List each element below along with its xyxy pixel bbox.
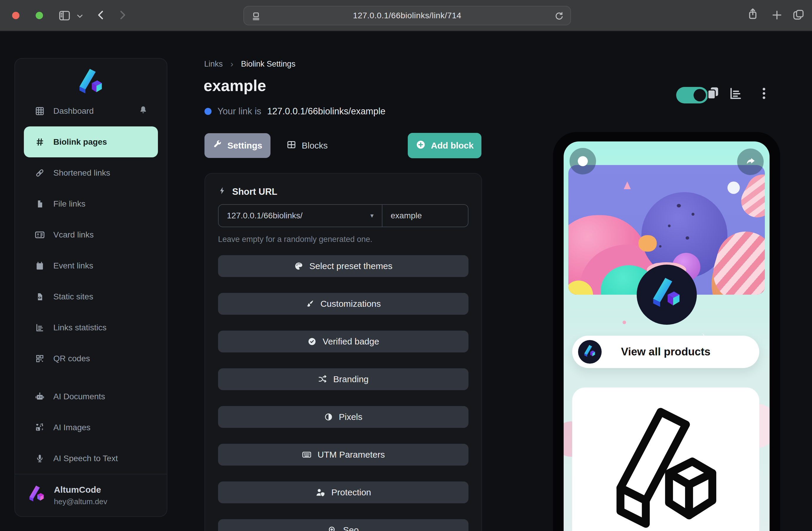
view-all-products-button[interactable]: View all products — [572, 336, 759, 368]
short-url-label: Short URL — [232, 187, 277, 197]
settings-card: Short URL 127.0.0.1/66biolinks/ ▾ Leave … — [204, 173, 482, 531]
account-name: AltumCode — [54, 485, 107, 495]
slug-input[interactable] — [382, 205, 505, 227]
sidebar-item-label: QR codes — [53, 354, 90, 363]
sidebar-item-ai-speech-to-text[interactable]: AI Speech to Text — [24, 443, 158, 474]
tab-blocks-label: Blocks — [302, 141, 328, 150]
sidebar-item-ai-documents[interactable]: AI Documents — [24, 381, 158, 412]
copy-link-icon[interactable] — [705, 85, 721, 102]
id-card-icon — [34, 230, 46, 240]
verified-badge-button[interactable]: Verified badge — [218, 331, 468, 353]
outline-logo — [603, 403, 729, 531]
grid-icon — [34, 106, 46, 116]
sidebar-item-label: AI Documents — [53, 392, 105, 401]
shuffle-icon — [318, 374, 327, 384]
domain-select-value: 127.0.0.1/66biolinks/ — [227, 211, 303, 220]
profile-avatar — [637, 264, 697, 325]
button-label: Select preset themes — [309, 261, 392, 271]
toggle-knob — [694, 89, 706, 101]
image-block-card[interactable] — [572, 387, 759, 531]
link-url[interactable]: 127.0.0.1/66biolinks/example — [267, 106, 386, 117]
sidebar-item-label: Static sites — [53, 292, 93, 301]
preview-status-button[interactable] — [569, 148, 596, 174]
sidebar-item-static-sites[interactable]: Static sites — [24, 281, 158, 312]
domain-select[interactable]: 127.0.0.1/66biolinks/ ▾ — [219, 205, 382, 227]
protection-button[interactable]: Protection — [218, 482, 468, 503]
cover-art-white-sphere — [727, 182, 740, 194]
view-all-products-label: View all products — [572, 336, 759, 368]
select-preset-themes-button[interactable]: Select preset themes — [218, 255, 468, 277]
blocks-grid-icon — [286, 140, 296, 152]
button-label: Verified badge — [323, 336, 379, 346]
enabled-toggle[interactable] — [676, 87, 708, 103]
tab-settings[interactable]: Settings — [204, 133, 271, 158]
tab-blocks[interactable]: Blocks — [280, 133, 334, 158]
page-settings-icon[interactable] — [250, 11, 262, 22]
add-block-button[interactable]: Add block — [408, 133, 481, 158]
caret-down-icon: ▾ — [371, 212, 374, 219]
sidebar-toggle-icon[interactable] — [58, 9, 71, 23]
customizations-button[interactable]: Customizations — [218, 293, 468, 315]
close-window-button[interactable] — [12, 12, 19, 19]
account-email: hey@altum.dev — [54, 497, 107, 506]
share-icon[interactable] — [746, 7, 759, 20]
settings-button-list: Select preset themes Customizations Veri… — [218, 255, 468, 531]
palette-icon — [294, 261, 303, 271]
app-logo — [15, 59, 167, 96]
keyboard-icon — [302, 450, 312, 460]
sidebar-item-file-links[interactable]: File links — [24, 188, 158, 219]
circle-half-icon — [324, 413, 333, 421]
pixels-button[interactable]: Pixels — [218, 406, 468, 428]
plus-circle-icon — [416, 139, 426, 152]
sidebar-item-ai-images[interactable]: AI Images — [24, 412, 158, 443]
sidebar-item-qr-codes[interactable]: QR codes — [24, 343, 158, 374]
short-url-helper: Leave empty for a randomly generated one… — [218, 235, 468, 244]
account-footer[interactable]: AltumCode hey@altum.dev — [15, 474, 167, 516]
user-shield-icon — [315, 487, 325, 498]
wrench-icon — [213, 140, 222, 152]
status-dot — [204, 108, 212, 115]
sidebar-item-shortened-links[interactable]: Shortened links — [24, 157, 158, 188]
back-button[interactable] — [95, 9, 107, 21]
url-text: 127.0.0.1/66biolinks/link/714 — [353, 11, 461, 20]
sidebar-item-label: Shortened links — [53, 168, 110, 178]
robot-icon — [34, 392, 46, 402]
forward-button[interactable] — [116, 9, 129, 21]
bell-icon[interactable] — [139, 105, 148, 117]
sidebar-item-event-links[interactable]: Event links — [24, 250, 158, 281]
tab-overview-icon[interactable] — [792, 8, 805, 21]
preview-share-button[interactable] — [737, 148, 764, 175]
reload-icon[interactable] — [554, 11, 565, 21]
button-label: Customizations — [320, 299, 381, 309]
phone-preview-screen: View all products — [564, 141, 770, 531]
chevron-down-icon[interactable] — [76, 12, 84, 20]
file-icon — [34, 200, 46, 208]
cover-art-striped-swirl-top — [735, 169, 765, 223]
browser-chrome: 127.0.0.1/66biolinks/link/714 — [0, 0, 812, 31]
utm-parameters-button[interactable]: UTM Parameters — [218, 444, 468, 465]
seo-button[interactable]: Seo — [218, 519, 468, 531]
sidebar: Dashboard Biolink pages Shortened links … — [14, 58, 168, 517]
more-options-icon[interactable] — [757, 86, 771, 102]
sidebar-item-label: AI Speech to Text — [53, 454, 118, 463]
branding-button[interactable]: Branding — [218, 368, 468, 390]
button-label: Protection — [331, 487, 371, 498]
sidebar-item-dashboard[interactable]: Dashboard — [24, 96, 158, 126]
sidebar-item-links-statistics[interactable]: Links statistics — [24, 312, 158, 343]
calendar-icon — [34, 261, 46, 271]
cover-art-small-orange — [638, 235, 657, 252]
short-url-input-group: 127.0.0.1/66biolinks/ ▾ — [218, 204, 468, 227]
sidebar-item-label: File links — [53, 199, 85, 209]
zoom-window-button[interactable] — [35, 12, 43, 19]
address-bar[interactable]: 127.0.0.1/66biolinks/link/714 — [243, 6, 571, 25]
link-status-line: Your link is 127.0.0.1/66biolinks/exampl… — [204, 106, 386, 117]
badge-check-icon — [307, 337, 317, 346]
breadcrumb-links[interactable]: Links — [204, 59, 223, 69]
sidebar-item-label: Event links — [53, 261, 93, 271]
statistics-icon[interactable] — [728, 86, 743, 102]
breadcrumb-current: Biolink Settings — [241, 59, 295, 69]
chart-icon — [34, 323, 46, 332]
new-tab-icon[interactable] — [771, 9, 783, 21]
sidebar-item-biolink-pages[interactable]: Biolink pages — [24, 126, 158, 157]
sidebar-item-vcard-links[interactable]: Vcard links — [24, 219, 158, 250]
